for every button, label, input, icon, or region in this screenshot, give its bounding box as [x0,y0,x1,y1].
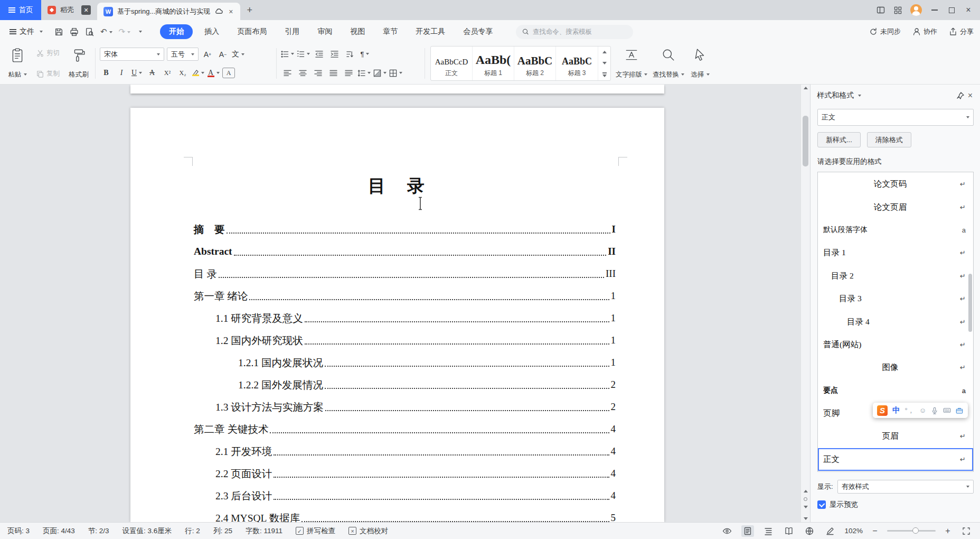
cut-button[interactable]: 剪切 [34,48,62,59]
style-normal[interactable]: AaBbCcD 正文 [431,47,473,80]
decrease-indent-button[interactable] [313,48,325,60]
print-icon[interactable] [70,27,79,36]
scrollbar-thumb[interactable] [803,116,808,166]
apps-grid-icon[interactable] [893,6,902,14]
select-button[interactable]: 选择 [687,46,713,81]
tab-member[interactable]: 会员专享 [457,24,499,39]
align-left-button[interactable] [281,67,294,79]
page-view-icon[interactable] [741,525,754,537]
style-item[interactable]: 页眉↵ [818,425,973,448]
docer-tab-close-icon[interactable]: ✕ [81,5,91,15]
tab-view[interactable]: 视图 [344,24,371,39]
styles-list-scrollbar-thumb[interactable] [968,274,972,332]
scroll-down-icon[interactable] [801,517,810,520]
increase-font-button[interactable]: A+ [201,48,214,61]
italic-button[interactable]: I [115,67,128,79]
tab-references[interactable]: 引用 [278,24,306,39]
increase-indent-button[interactable] [328,48,341,60]
spell-check-toggle[interactable]: ✓ 拼写检查 [296,526,335,536]
current-style-combo[interactable]: 正文 [817,109,974,126]
numbered-list-button[interactable] [297,48,310,60]
subscript-button[interactable]: X₂ [176,67,189,79]
style-heading3[interactable]: AaBbC 标题 3 [556,47,598,80]
style-item[interactable]: 论文页眉↵ [818,196,973,218]
document-tab[interactable]: W 基于spring...商城的设计与实现 × [97,3,240,20]
sort-button[interactable] [343,48,356,60]
ink-icon[interactable] [824,525,836,537]
ime-toolbox-icon[interactable] [956,407,963,414]
new-style-button[interactable]: 新样式... [817,132,861,147]
clear-format-button[interactable]: 清除格式 [867,132,911,147]
style-item[interactable]: 图像↵ [818,356,973,379]
format-painter-button[interactable]: 格式刷 [65,46,92,81]
document-tab-close-icon[interactable]: × [228,7,234,16]
minimize-icon[interactable] [930,6,939,14]
gallery-more-icon[interactable] [598,69,610,80]
file-menu-button[interactable]: 文件 [6,25,46,39]
close-panel-icon[interactable]: × [967,91,974,100]
outline-view-icon[interactable] [762,525,775,537]
justify-button[interactable] [327,67,340,79]
style-heading1[interactable]: AaBb( 标题 1 [473,47,514,80]
font-color-button[interactable]: A [207,67,220,79]
maximize-icon[interactable] [947,6,956,14]
eye-protect-icon[interactable] [721,525,733,537]
previous-page-button[interactable] [804,490,808,492]
bold-button[interactable]: B [100,67,112,79]
fullscreen-icon[interactable] [960,525,973,537]
home-tab[interactable]: 首页 [0,0,41,20]
chevron-down-icon[interactable] [858,95,861,97]
style-item[interactable]: 要点a [818,379,973,402]
document-scrollbar[interactable] [800,85,810,522]
show-marks-button[interactable]: ¶ [359,48,371,60]
gallery-up-icon[interactable] [598,47,610,58]
ime-mode-toggle[interactable]: 中 [892,405,900,415]
doc-proof-toggle[interactable]: × 文档校对 [348,526,388,536]
text-layout-button[interactable]: 文字排版 [613,46,650,81]
pin-panel-icon[interactable] [956,91,965,100]
align-right-button[interactable] [312,67,324,79]
zoom-level[interactable]: 102% [844,527,863,535]
ime-keyboard-icon[interactable] [943,406,951,414]
highlight-color-button[interactable] [192,67,204,79]
sync-status-button[interactable]: 未同步 [869,27,901,36]
style-item[interactable]: 普通(网站)↵ [818,333,973,356]
tab-list-icon[interactable] [877,6,885,14]
copy-button[interactable]: 复制 [34,68,62,79]
status-word-count[interactable]: 字数: 11911 [246,526,282,536]
style-item[interactable]: 目录 3↵ [818,287,973,310]
tab-dev-tools[interactable]: 开发工具 [409,24,451,39]
zoom-out-button[interactable]: − [871,526,879,536]
distribute-button[interactable] [342,67,355,79]
ime-logo-icon[interactable]: S [877,405,888,416]
read-mode-icon[interactable] [783,525,795,537]
style-item[interactable]: 论文页码↵ [818,173,973,196]
decrease-font-button[interactable]: A− [216,48,229,61]
style-item[interactable]: 目录 1↵ [818,241,973,264]
ime-punctuation-icon[interactable]: °， [905,406,915,415]
tab-section[interactable]: 章节 [376,24,404,39]
find-replace-button[interactable]: 查找替换 [650,46,687,81]
shading-button[interactable] [373,67,387,79]
style-heading2[interactable]: AaBbC 标题 2 [514,47,556,80]
tab-page-layout[interactable]: 页面布局 [231,24,273,39]
align-center-button[interactable] [296,67,309,79]
share-button[interactable]: 分享 [949,27,974,36]
save-icon[interactable] [54,27,63,36]
new-tab-button[interactable]: + [240,0,259,20]
display-filter-combo[interactable]: 有效样式 [837,480,974,494]
zoom-in-button[interactable]: + [944,526,952,536]
zoom-slider[interactable] [887,530,936,532]
tab-review[interactable]: 审阅 [311,24,338,39]
collaborate-button[interactable]: 协作 [912,27,937,36]
undo-icon[interactable]: ↶ [100,27,112,36]
redo-icon[interactable]: ↷ [119,27,131,36]
show-preview-checkbox[interactable] [817,500,826,509]
zoom-slider-knob[interactable] [912,527,919,534]
text-tool-button[interactable]: 文 [232,48,244,61]
user-avatar[interactable] [910,4,922,16]
style-item-selected[interactable]: 正文↵ [818,448,973,471]
char-shading-button[interactable]: A [222,68,235,78]
bullet-list-button[interactable] [281,48,294,60]
superscript-button[interactable]: X² [161,67,174,79]
